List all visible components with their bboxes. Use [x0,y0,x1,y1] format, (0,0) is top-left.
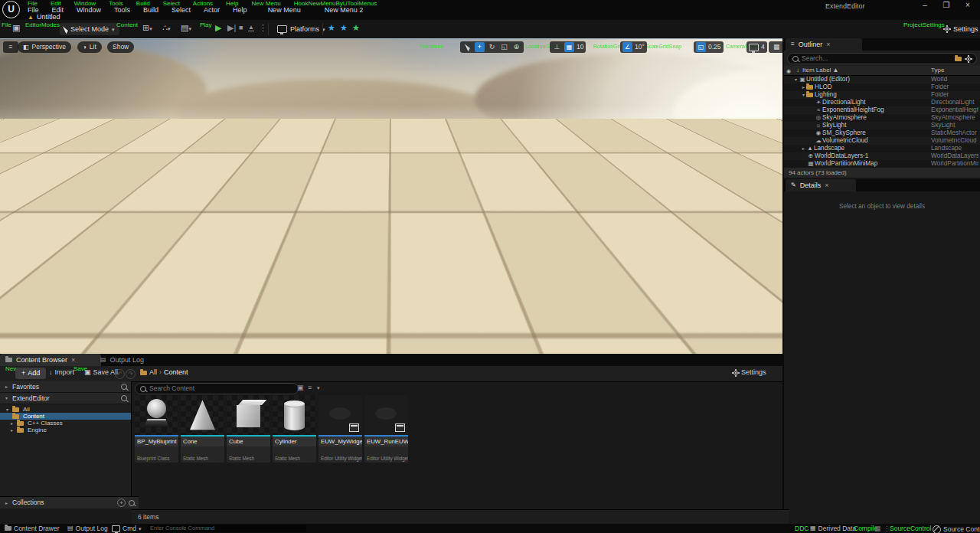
close-icon[interactable]: × [826,41,830,48]
cinematics-icon[interactable]: ▤▾ [181,24,191,32]
expand-arrow-icon[interactable]: ▸ [801,85,806,90]
plugin-tool-icon-2[interactable]: ★ [340,24,348,32]
save-search-icon[interactable]: ▣ [297,384,304,391]
scale-snap-value[interactable]: 0.25 [708,44,721,51]
history-back-button[interactable]: ↶ [115,369,125,379]
outliner-row[interactable]: ▾▣ Untitled (Editor)World [784,76,980,83]
outliner-row[interactable]: ◎ SkyAtmosphereSkyAtmosphere [784,114,980,122]
outliner-row[interactable]: ☁ VolumetricCloudVolumetricCloud [784,137,980,145]
source-control-button[interactable]: Source Control Off [933,525,980,533]
menu-help[interactable]: Help [233,7,247,14]
outliner-row[interactable]: ▾ LightingFolder [784,91,980,99]
asset-card[interactable]: EUW_RunEUW Editor Utility Widget [364,395,408,463]
content-settings-button[interactable]: Settings [732,369,766,376]
grid-snap-value[interactable]: 10 [577,44,583,51]
tree-item-all[interactable]: ▾ All [0,406,131,413]
close-button[interactable]: × [957,0,978,11]
world-local-toggle-icon[interactable]: ⊕ [511,42,521,52]
surface-snap-icon[interactable]: ⊥ [552,42,562,52]
minimize-button[interactable]: – [914,0,936,11]
play-button[interactable]: ▶ [215,24,221,32]
scale-tool-icon[interactable]: ◱ [499,42,509,52]
menu-actor[interactable]: Actor [204,7,220,14]
menu-new-menu-2[interactable]: New Menu 2 [325,7,364,14]
asset-card[interactable]: Cylinder Static Mesh [273,395,316,463]
outliner-row[interactable]: ▸ HLODFolder [784,83,980,91]
add-button[interactable]: + Add [15,368,46,379]
outliner-row[interactable]: ☼ SkyLightSkyLight [784,122,980,129]
visibility-eye-icon[interactable]: ◉ [784,68,793,74]
viewport-options-menu[interactable]: ≡ [3,41,18,53]
tab-details[interactable]: ✎ Details × [786,179,856,191]
console-command-input[interactable]: Enter Console Command [147,525,306,532]
asset-card[interactable]: EUW_MyWidget Editor Utility Widget [318,395,362,463]
outliner-row[interactable]: ≈ ExponentialHeightFogExponentialHeightF… [784,106,980,114]
collections-header[interactable]: ▸ Collections + [0,496,139,508]
play-options-icon[interactable]: ⋮ [259,24,267,32]
tree-item-content[interactable]: Content [0,413,131,420]
menu-select[interactable]: Select [172,7,191,14]
folder-add-icon[interactable] [955,57,962,61]
tree-item-engine[interactable]: ▸ Engine [0,427,131,433]
outliner-search[interactable]: Search... [787,53,977,64]
expand-arrow-icon[interactable]: ▾ [793,77,799,82]
outliner-row[interactable]: ◉ SM_SkySphereStaticMeshActor [784,129,980,137]
asset-card[interactable]: BP_MyBluprint Blueprint Class [135,395,178,463]
column-type[interactable]: Type [931,67,980,74]
filter-icon[interactable]: ≡ [308,384,312,391]
asset-card[interactable]: Cone Static Mesh [181,395,224,463]
project-header[interactable]: ▾ ExtendEditor [0,393,131,404]
column-item-label[interactable]: Item Label ▲ [802,67,931,74]
pin-icon[interactable]: ↓ [793,67,802,74]
grid-snap-icon[interactable]: ▦ [564,42,574,52]
maximize-button[interactable]: ❐ [936,0,957,11]
chevron-down-icon[interactable]: ▾ [317,385,320,391]
tab-outliner[interactable]: ≡ Outliner × [786,38,862,51]
breadcrumb-all[interactable]: All [149,369,157,376]
select-tool-icon[interactable] [462,42,472,52]
search-icon[interactable] [121,395,127,401]
cmd-dropdown[interactable]: Cmd ▾ [112,525,141,532]
save-icon[interactable]: ▣ [12,24,20,32]
maximize-viewport-icon[interactable]: ▦ [769,41,782,53]
content-drawer-button[interactable]: Content Drawer [5,525,60,532]
menu-window[interactable]: Window [77,7,101,14]
tab-output-log[interactable]: ▤ Output Log [95,354,162,366]
asset-search[interactable]: Search Content [135,383,299,394]
asset-card[interactable]: Cube Static Mesh [227,395,270,463]
outliner-row[interactable]: ⊕ WorldDataLayers-1WorldDataLayers [784,152,980,160]
menu-new-menu[interactable]: New Menu [268,7,301,14]
lit-dropdown[interactable]: ◑ Lit [77,41,102,53]
rotation-snap-icon[interactable]: ∠ [622,42,632,52]
expand-arrow-icon[interactable]: ▸ [801,146,806,151]
search-icon[interactable] [121,384,127,390]
stop-button[interactable]: ■ [239,25,243,31]
breadcrumb-content[interactable]: Content [164,369,188,376]
output-log-button[interactable]: ▤ Output Log [67,525,108,532]
level-viewport[interactable]: ≡ ◧ Perspective ◑ Lit Show Transform Loc… [0,38,782,354]
blueprints-icon[interactable]: ∴▾ [162,24,171,32]
scale-snap-icon[interactable]: ◱ [696,42,706,52]
camera-speed-value[interactable]: 4 [761,44,765,51]
settings-dropdown[interactable]: Settings ▾ [939,23,980,35]
menu-tools[interactable]: Tools [114,7,130,14]
outliner-row[interactable]: ☀ DirectionalLightDirectionalLight [784,99,980,106]
close-icon[interactable]: × [71,357,75,364]
derived-data-button[interactable]: ▦ Derived Data [810,525,856,532]
tab-content-browser[interactable]: Content Browser × [0,354,101,366]
import-button[interactable]: ↓ Import [49,369,74,376]
show-dropdown[interactable]: Show [107,41,134,53]
plugin-tool-icon-3[interactable]: ★ [352,24,360,32]
tree-item-cpp-classes[interactable]: ▸ C++ Classes [0,420,131,427]
outliner-row[interactable]: ▦ WorldPartitionMiniMapWorldPartitionMin… [784,160,980,168]
favorites-header[interactable]: ▸ Favorites [0,381,131,393]
outliner-row[interactable]: ▸▲ LandscapeLandscape [784,145,980,152]
add-collection-icon[interactable]: + [117,499,126,507]
rotation-snap-value[interactable]: 10° [635,44,645,51]
plugin-tool-icon-1[interactable]: ★ [328,24,335,32]
move-tool-icon[interactable]: + [475,42,485,52]
perspective-dropdown[interactable]: ◧ Perspective [18,41,71,53]
skip-button[interactable]: ▶| [227,24,236,32]
history-forward-button[interactable]: ↷ [126,369,136,379]
close-icon[interactable]: × [825,182,828,189]
